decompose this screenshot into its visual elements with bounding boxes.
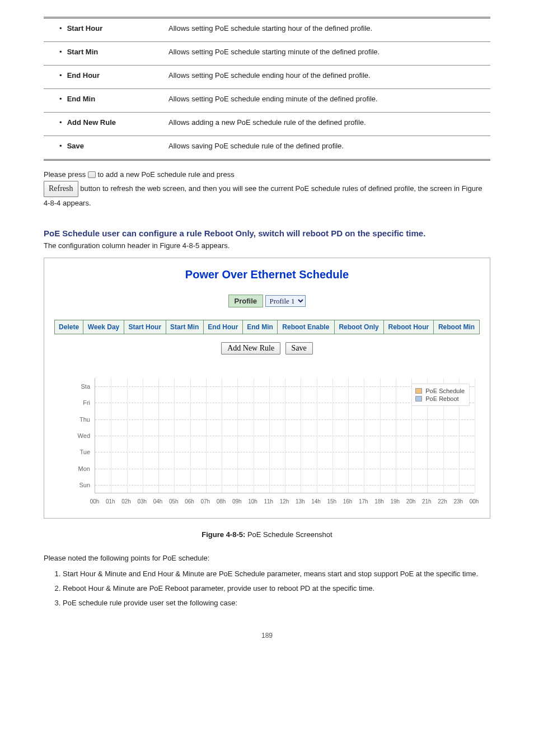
chart-hour-label: 09h: [232, 498, 242, 505]
section-reboot-only: PoE Schedule user can configure a rule R…: [44, 228, 490, 238]
poe-schedule-panel: Power Over Ethernet Schedule Profile Pro…: [44, 258, 490, 519]
chart-day-label: Sta: [62, 383, 90, 390]
object-cell: • End Hour: [44, 66, 164, 89]
instruction-paragraph: Please press to add a new PoE schedule r…: [44, 169, 490, 209]
chart-day-label: Fri: [62, 399, 90, 406]
chart-hour-label: 12h: [280, 498, 289, 505]
chart-day-label: Mon: [62, 465, 90, 472]
column-header: Start Hour: [124, 320, 166, 334]
chart-hour-label: 22h: [438, 498, 447, 505]
column-header: End Min: [242, 320, 277, 334]
chart-hour-label: 18h: [374, 498, 384, 505]
note-item: Reboot Hour & Minute are PoE Reboot para…: [63, 582, 490, 595]
chart-hour-label: 19h: [390, 498, 400, 505]
legend-item: PoE Schedule: [415, 388, 465, 394]
column-header: Reboot Enable: [278, 320, 334, 334]
column-header: Reboot Hour: [383, 320, 433, 334]
description-cell: Allows setting PoE schedule starting min…: [164, 42, 490, 66]
object-cell: • Start Hour: [44, 18, 164, 42]
chart-day-label: Sun: [62, 482, 90, 488]
chart-hour-label: 16h: [343, 498, 353, 505]
configure-note: The configuration column header in Figur…: [44, 241, 490, 250]
panel-title: Power Over Ethernet Schedule: [54, 268, 480, 281]
object-cell: • Start Min: [44, 42, 164, 66]
object-cell: • Save: [44, 136, 164, 160]
description-cell: Allows saving PoE schedule rule of the d…: [164, 136, 490, 160]
chart-hour-label: 23h: [453, 498, 463, 505]
save-button[interactable]: Save: [285, 342, 313, 354]
object-cell: • Add New Rule: [44, 113, 164, 136]
column-header: Start Min: [166, 320, 203, 334]
chart-hour-label: 15h: [327, 498, 336, 505]
column-header: Week Day: [83, 320, 124, 334]
chart-hour-label: 00h: [470, 498, 479, 505]
profile-select[interactable]: Profile 1: [265, 295, 306, 307]
chart-hour-label: 06h: [185, 498, 194, 505]
schedule-chart: StaFriThuWedTueMonSun 00h01h02h03h04h05h…: [54, 374, 480, 508]
chart-hour-label: 04h: [153, 498, 163, 505]
chart-hour-label: 11h: [264, 498, 273, 505]
note-item: PoE schedule rule provide user set the f…: [63, 597, 490, 609]
chart-hour-label: 10h: [248, 498, 257, 505]
description-cell: Allows setting PoE schedule starting hou…: [164, 18, 490, 42]
add-rule-icon: [88, 171, 96, 178]
figure-caption: Figure 4-8-5: PoE Schedule Screenshot: [44, 529, 490, 541]
refresh-button-inline: Refresh: [44, 181, 78, 197]
notes-block: Please noted the following points for Po…: [44, 552, 490, 609]
description-cell: Allows setting PoE schedule ending hour …: [164, 66, 490, 89]
chart-hour-label: 00h: [90, 498, 100, 505]
legend-item: PoE Reboot: [415, 395, 465, 402]
chart-hour-label: 07h: [200, 498, 210, 505]
column-header: Reboot Min: [434, 320, 480, 334]
column-header: Delete: [55, 320, 83, 334]
chart-hour-label: 03h: [137, 498, 147, 505]
schedule-columns-table: DeleteWeek DayStart HourStart MinEnd Hou…: [54, 320, 480, 334]
column-header: Reboot Only: [334, 320, 383, 334]
chart-hour-label: 13h: [296, 498, 305, 505]
chart-hour-label: 21h: [422, 498, 432, 505]
chart-day-label: Wed: [62, 432, 90, 439]
add-new-rule-button[interactable]: Add New Rule: [221, 342, 280, 354]
chart-day-label: Tue: [62, 449, 90, 455]
chart-day-label: Thu: [62, 416, 90, 423]
note-item: Start Hour & Minute and End Hour & Minut…: [63, 568, 490, 580]
chart-hour-label: 02h: [121, 498, 131, 505]
description-cell: Allows setting PoE schedule ending minut…: [164, 89, 490, 113]
chart-hour-label: 08h: [217, 498, 226, 505]
object-cell: • End Min: [44, 89, 164, 113]
chart-hour-label: 01h: [106, 498, 115, 505]
object-description-table: • Start HourAllows setting PoE schedule …: [44, 17, 490, 161]
chart-hour-label: 17h: [359, 498, 368, 505]
page-number: 189: [44, 632, 490, 640]
profile-label: Profile: [228, 295, 263, 307]
column-header: End Hour: [203, 320, 242, 334]
chart-hour-label: 20h: [406, 498, 416, 505]
chart-hour-label: 14h: [311, 498, 321, 505]
chart-hour-label: 05h: [169, 498, 179, 505]
description-cell: Allows adding a new PoE schedule rule of…: [164, 113, 490, 136]
chart-legend: PoE SchedulePoE Reboot: [411, 384, 470, 406]
